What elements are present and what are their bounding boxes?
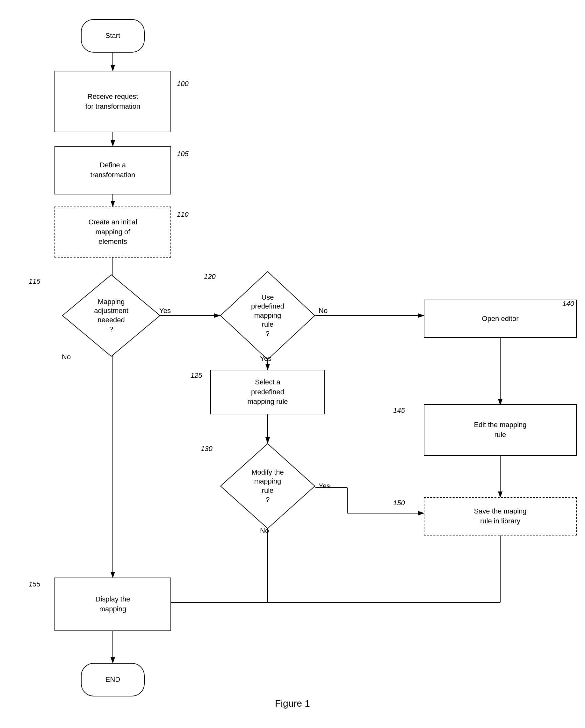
node-115: Mappingadjustmentneeeded? — [62, 274, 161, 357]
node-125-label: Select apredefinedmapping rule — [247, 378, 288, 407]
node-120-label: Usepredefinedmappingrule? — [251, 293, 284, 338]
node-120-ref: 120 — [204, 272, 216, 281]
start-label: Start — [105, 31, 120, 41]
node-110-label: Create an initialmapping ofelements — [88, 217, 137, 247]
node-115-label: Mappingadjustmentneeeded? — [94, 297, 128, 334]
node-155-label: Display themapping — [96, 594, 130, 614]
yes-label-130: Yes — [319, 481, 330, 491]
node-150-label: Save the mapingrule in library — [474, 506, 526, 526]
node-155: Display themapping — [54, 577, 171, 631]
end-node: END — [81, 663, 145, 697]
node-130-ref: 130 — [201, 445, 213, 453]
node-130: Modify themappingrule? — [220, 443, 315, 529]
node-120: Usepredefinedmappingrule? — [220, 271, 315, 360]
node-100: Receive requestfor transformation — [54, 71, 171, 132]
node-105-label: Define atransformation — [90, 160, 135, 180]
node-100-label: Receive requestfor transformation — [85, 92, 140, 111]
node-145-ref: 145 — [393, 407, 405, 415]
node-150: Save the mapingrule in library — [424, 497, 577, 536]
figure-caption: Figure 1 — [0, 698, 585, 709]
node-155-ref: 155 — [29, 580, 41, 589]
node-110: Create an initialmapping ofelements — [54, 207, 171, 258]
node-110-ref: 110 — [177, 210, 189, 219]
node-105-ref: 105 — [177, 150, 189, 158]
start-node: Start — [81, 19, 145, 53]
node-125: Select apredefinedmapping rule — [210, 370, 325, 414]
node-140: Open editor — [424, 300, 577, 338]
node-125-ref: 125 — [190, 371, 202, 380]
no-label-130: No — [260, 526, 269, 536]
yes-label-120: Yes — [260, 354, 271, 364]
node-140-label: Open editor — [482, 314, 519, 324]
no-label-115: No — [62, 352, 71, 362]
node-145: Edit the mappingrule — [424, 404, 577, 456]
no-label-120: No — [319, 306, 327, 316]
end-label: END — [105, 675, 120, 685]
node-100-ref: 100 — [177, 80, 189, 88]
node-150-ref: 150 — [393, 499, 405, 507]
node-140-ref: 140 — [562, 300, 574, 308]
node-145-label: Edit the mappingrule — [474, 420, 526, 440]
node-115-ref: 115 — [29, 277, 41, 286]
flowchart-diagram: Start Receive requestfor transformation … — [0, 0, 585, 728]
node-105: Define atransformation — [54, 146, 171, 194]
yes-label-115: Yes — [159, 306, 171, 316]
node-130-label: Modify themappingrule? — [251, 468, 284, 504]
